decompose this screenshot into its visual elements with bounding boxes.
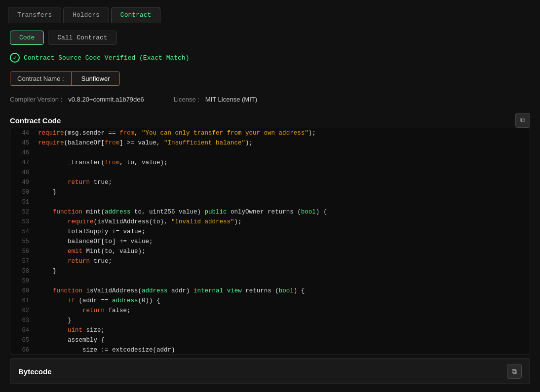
verified-text: Contract Source Code Verified (Exact Mat… [24,54,189,62]
bytecode-copy-button[interactable]: ⧉ [507,364,522,379]
code-line-49: 49 return true; [10,178,530,187]
compiler-version-item: Compiler Version : v0.8.20+commit.a1b79d… [10,96,144,103]
contract-name-label: Contract Name : [10,72,72,85]
code-line-56: 56 emit Mint(to, value); [10,247,530,256]
code-line-64: 64 uint size; [10,325,530,335]
tab-holders[interactable]: Holders [63,7,109,23]
compiler-license-item: License : MIT License (MIT) [174,96,257,103]
code-line-57: 57 return true; [10,256,530,266]
code-line-46: 46 [10,148,530,158]
code-line-53: 53 require(isValidAddress(to), "Invalid … [10,217,530,227]
compiler-version-value: v0.8.20+commit.a1b79de6 [68,96,144,103]
code-line-61: 61 if (addr == address(0)) { [10,296,530,306]
code-copy-button[interactable]: ⧉ [515,113,530,128]
code-line-45: 45 require(balanceOf[from] >= value, "In… [10,138,530,148]
code-line-50: 50 } [10,187,530,197]
verified-icon: ✓ [10,53,20,63]
code-line-54: 54 totalSupply += value; [10,227,530,237]
verified-badge: ✓ Contract Source Code Verified (Exact M… [10,53,530,63]
code-line-48: 48 [10,168,530,178]
code-line-59: 59 [10,276,530,286]
code-line-58: 58 } [10,266,530,276]
code-section-header: Contract Code ⧉ [10,113,530,128]
subtab-code[interactable]: Code [10,31,44,45]
code-line-44: 44 require(msg.sender == from, "You can … [10,128,530,138]
compiler-version-label: Compiler Version : [10,96,62,103]
main-area: Code Call Contract ✓ Contract Source Cod… [0,23,540,392]
compiler-row: Compiler Version : v0.8.20+commit.a1b79d… [10,96,530,103]
sub-tabs: Code Call Contract [10,31,530,45]
compiler-license-label: License : [174,96,199,103]
contract-name-value: Sunflower [72,72,120,85]
compiler-license-value: MIT License (MIT) [205,96,257,103]
top-tabs: Transfers Holders Contract [0,0,540,23]
bytecode-section-bar: Bytecode ⧉ [10,358,530,384]
bytecode-section-title: Bytecode [18,364,52,379]
code-container: 44 require(msg.sender == from, "You can … [10,128,530,355]
code-line-65: 65 assembly { [10,335,530,345]
tab-transfers[interactable]: Transfers [8,7,61,23]
contract-name-row: Contract Name : Sunflower [10,71,120,86]
code-section-title: Contract Code [10,113,61,128]
code-line-47: 47 _transfer(from, to, value); [10,158,530,168]
subtab-call-contract[interactable]: Call Contract [48,31,116,45]
code-line-60: 60 function isValidAddress(address addr)… [10,286,530,296]
code-line-52: 52 function mint(address to, uint256 val… [10,207,530,217]
code-line-55: 55 balanceOf[to] += value; [10,237,530,247]
code-line-63: 63 } [10,316,530,325]
code-line-62: 62 return false; [10,306,530,316]
code-scroll[interactable]: 44 require(msg.sender == from, "You can … [10,128,530,354]
code-line-66: 66 size := extcodesize(addr) [10,345,530,354]
tab-contract[interactable]: Contract [111,7,160,23]
code-line-51: 51 [10,197,530,207]
